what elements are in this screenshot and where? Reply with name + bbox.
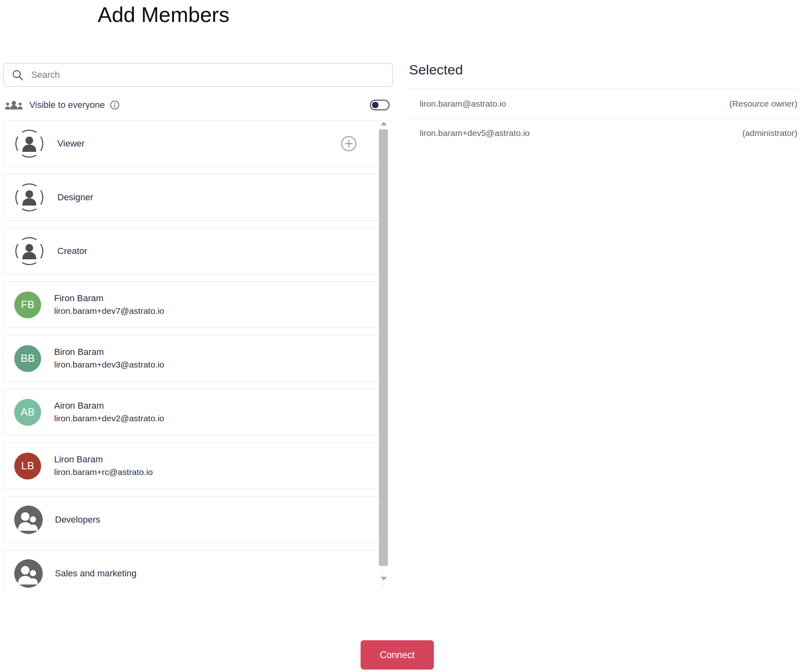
avatar: LB — [14, 453, 41, 479]
visibility-label: Visible to everyone — [29, 100, 105, 110]
member-email: liron.baram+dev3@astrato.io — [54, 358, 164, 371]
selected-row: liron.baram+dev5@astrato.io (administrat… — [409, 118, 799, 147]
plus-icon — [341, 136, 357, 152]
list-item-designer[interactable]: Designer — [3, 174, 383, 221]
toggle-knob — [372, 102, 379, 108]
member-name: Biron Baram — [54, 346, 164, 358]
add-button[interactable] — [341, 136, 357, 152]
list-item-group-sales[interactable]: Sales and marketing — [3, 550, 383, 589]
connect-button[interactable]: Connect — [361, 640, 434, 670]
scroll-thumb[interactable] — [379, 129, 388, 566]
page-title: Add Members — [98, 0, 230, 29]
list-item-viewer[interactable]: Viewer — [3, 120, 383, 167]
selected-email: liron.baram@astrato.io — [420, 99, 506, 109]
info-icon[interactable] — [110, 100, 120, 110]
member-email: liron.baram+dev2@astrato.io — [54, 412, 164, 425]
selected-email: liron.baram+dev5@astrato.io — [420, 128, 530, 138]
group-label: Developers — [55, 514, 100, 525]
group-label: Sales and marketing — [55, 568, 137, 579]
avatar: AB — [14, 399, 41, 426]
group-avatar-icon — [14, 506, 43, 534]
scroll-down-arrow[interactable] — [381, 577, 387, 580]
avatar: FB — [14, 291, 41, 318]
selected-role: (administrator) — [742, 128, 797, 138]
role-label: Creator — [57, 246, 87, 256]
role-person-icon — [14, 236, 44, 266]
avatar: BB — [14, 345, 41, 372]
member-name: Firon Baram — [54, 292, 164, 304]
member-email: liron.baram+dev7@astrato.io — [54, 304, 164, 317]
list-item-user-fb[interactable]: FB Firon Baram liron.baram+dev7@astrato.… — [3, 281, 383, 328]
list-item-user-ab[interactable]: AB Airon Baram liron.baram+dev2@astrato.… — [3, 389, 383, 436]
search-icon — [11, 68, 24, 81]
scroll-up-arrow[interactable] — [381, 122, 387, 125]
selected-role: (Resource owner) — [729, 99, 797, 109]
scrollbar[interactable] — [379, 120, 389, 589]
group-avatar-icon — [14, 559, 43, 588]
member-list: Viewer Designer Creator FB Firon Baram l… — [3, 120, 393, 589]
search-box[interactable] — [3, 63, 393, 87]
visibility-toggle[interactable] — [370, 100, 389, 110]
member-name: Airon Baram — [54, 400, 164, 412]
member-email: liron.baram+rc@astrato.io — [54, 466, 153, 479]
role-person-icon — [14, 182, 44, 212]
list-item-creator[interactable]: Creator — [3, 228, 383, 274]
list-item-group-developers[interactable]: Developers — [3, 496, 383, 543]
member-name: Liron Baram — [54, 453, 153, 466]
role-label: Designer — [57, 192, 93, 203]
selected-heading: Selected — [409, 60, 799, 79]
list-item-user-lb[interactable]: LB Liron Baram liron.baram+rc@astrato.io — [3, 442, 383, 489]
groups-icon — [5, 99, 23, 111]
search-input[interactable] — [31, 69, 392, 81]
visibility-row: Visible to everyone — [3, 97, 393, 113]
role-person-icon — [14, 129, 44, 159]
list-item-user-bb[interactable]: BB Biron Baram liron.baram+dev3@astrato.… — [3, 335, 383, 382]
selected-row: liron.baram@astrato.io (Resource owner) — [409, 89, 799, 118]
selected-panel: Selected liron.baram@astrato.io (Resourc… — [409, 60, 799, 147]
role-label: Viewer — [57, 138, 85, 149]
